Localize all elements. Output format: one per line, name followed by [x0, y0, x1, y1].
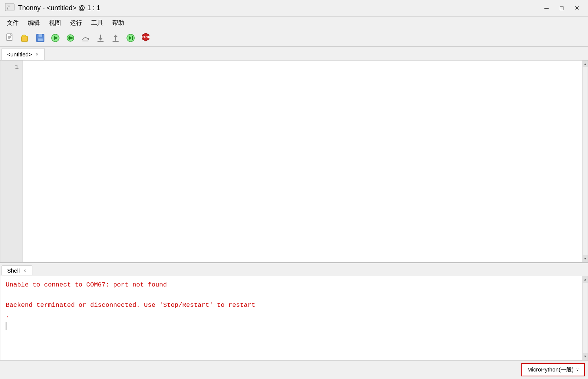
toolbar: STOP	[0, 29, 588, 47]
dropdown-arrow-icon: ∨	[576, 367, 579, 372]
step-over-button[interactable]	[78, 31, 93, 45]
scroll-up-arrow[interactable]: ▲	[583, 61, 588, 67]
shell-tab-label: Shell	[7, 267, 20, 274]
resume-button[interactable]	[123, 31, 138, 45]
menu-view[interactable]: 视图	[45, 18, 65, 29]
svg-rect-7	[21, 37, 27, 41]
title-bar-controls: ─ □ ✕	[540, 3, 583, 14]
shell-output[interactable]: Unable to connect to COM67: port not fou…	[0, 276, 582, 360]
shell-content: Unable to connect to COM67: port not fou…	[0, 276, 588, 360]
step-into-button[interactable]	[93, 31, 108, 45]
title-bar-left: T Thonny - <untitled> @ 1 : 1	[5, 2, 100, 14]
svg-rect-10	[38, 38, 43, 41]
menu-bar: 文件 编辑 视图 运行 工具 帮助	[0, 17, 588, 29]
shell-tab[interactable]: Shell ×	[2, 265, 32, 275]
debug-button[interactable]	[63, 31, 78, 45]
shell-message-blank	[6, 290, 577, 300]
menu-run[interactable]: 运行	[66, 18, 86, 29]
scroll-down-arrow[interactable]: ▼	[583, 255, 588, 262]
shell-area: Shell × Unable to connect to COM67: port…	[0, 262, 588, 360]
svg-marker-27	[114, 35, 117, 37]
menu-file[interactable]: 文件	[3, 18, 23, 29]
menu-help[interactable]: 帮助	[108, 18, 128, 29]
shell-cursor-line	[6, 322, 577, 330]
line-numbers: 1	[0, 61, 23, 262]
svg-marker-24	[99, 38, 102, 41]
editor-tab-close[interactable]: ×	[35, 52, 39, 57]
svg-text:STOP: STOP	[141, 35, 150, 39]
title-bar: T Thonny - <untitled> @ 1 : 1 ─ □ ✕	[0, 0, 588, 17]
maximize-button[interactable]: □	[555, 3, 568, 14]
shell-message-2: Backend terminated or disconnected. Use …	[6, 300, 577, 310]
run-button[interactable]	[48, 31, 62, 45]
svg-rect-9	[38, 34, 42, 37]
shell-message-1: Unable to connect to COM67: port not fou…	[6, 280, 577, 290]
interpreter-label: MicroPython(一般)	[527, 366, 574, 373]
save-file-button[interactable]	[33, 31, 47, 45]
shell-cursor	[6, 322, 6, 330]
menu-tools[interactable]: 工具	[87, 18, 107, 29]
line-number-1: 1	[4, 64, 19, 71]
shell-message-3: .	[6, 311, 577, 321]
svg-rect-31	[132, 36, 133, 40]
editor-scrollbar: ▲ ▼	[582, 61, 588, 262]
code-editor: 1 ▲ ▼	[0, 60, 588, 262]
editor-tab-label: <untitled>	[7, 51, 32, 58]
interpreter-selector[interactable]: MicroPython(一般) ∨	[521, 363, 585, 376]
open-file-button[interactable]	[18, 31, 32, 45]
shell-tab-bar: Shell ×	[0, 263, 588, 276]
title-text: Thonny - <untitled> @ 1 : 1	[18, 4, 100, 12]
shell-scrollbar: ▲ ▼	[582, 276, 588, 360]
menu-edit[interactable]: 编辑	[24, 18, 44, 29]
app-icon: T	[5, 2, 15, 14]
new-file-button[interactable]	[3, 31, 17, 45]
stop-button[interactable]: STOP	[139, 31, 153, 45]
minimize-button[interactable]: ─	[540, 3, 553, 14]
editor-area: <untitled> × 1 ▲ ▼	[0, 47, 588, 262]
code-input[interactable]	[23, 61, 582, 262]
editor-tab[interactable]: <untitled> ×	[2, 48, 45, 60]
shell-scroll-down-arrow[interactable]: ▼	[583, 353, 588, 360]
bottom-bar: MicroPython(一般) ∨	[0, 360, 588, 379]
shell-scroll-up-arrow[interactable]: ▲	[583, 276, 588, 283]
step-out-button[interactable]	[108, 31, 123, 45]
shell-tab-close[interactable]: ×	[23, 268, 27, 273]
editor-tab-bar: <untitled> ×	[0, 47, 588, 60]
svg-text:T: T	[6, 5, 10, 11]
close-button[interactable]: ✕	[570, 3, 583, 14]
